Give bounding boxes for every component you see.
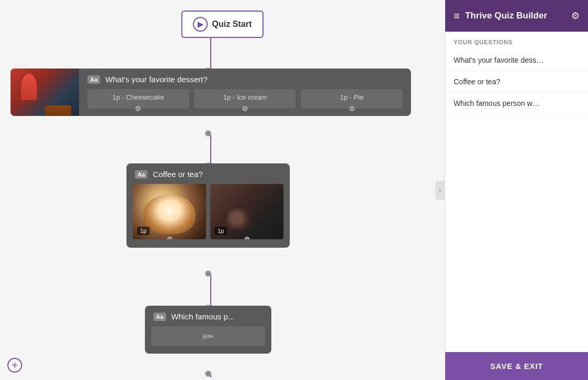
answer-dot-pie [349, 106, 355, 111]
node-dessert-header: Aa What's your favorite dessert? [79, 69, 411, 89]
node-title-coffee: Coffee or tea? [153, 170, 203, 179]
answer-pie[interactable]: 1p - Pie [301, 89, 403, 109]
sidebar-question-2[interactable]: Which famous person w… [445, 93, 588, 114]
play-icon: ▶ [193, 17, 208, 32]
node-famous[interactable]: Aa Which famous p... ≡✏ [145, 306, 271, 354]
answer-cheesecake[interactable]: 1p - Cheesecake [87, 89, 189, 109]
sidebar-header: ≡ Thrive Quiz Builder ⚙ [445, 0, 588, 32]
answer-icecream[interactable]: 1p - Ice cream [194, 89, 296, 109]
answer-coffee-img[interactable]: 1p [133, 184, 206, 239]
gear-icon[interactable]: ⚙ [571, 10, 580, 22]
node-coffee-images: 1p 1p [126, 184, 290, 248]
connector-dot-coffee-bottom [205, 270, 211, 277]
collapse-icon: › [439, 187, 441, 194]
node-aa-dessert: Aa [87, 75, 100, 84]
sidebar-collapse-button[interactable]: › [435, 181, 445, 200]
sidebar: ≡ Thrive Quiz Builder ⚙ YOUR QUESTIONS W… [445, 0, 588, 380]
connector-dot-dessert [205, 130, 211, 137]
tea-label: 1p [214, 227, 227, 235]
node-aa-coffee: Aa [135, 170, 148, 179]
sidebar-title: Thrive Quiz Builder [465, 11, 547, 21]
node-famous-header: Aa Which famous p... [145, 306, 271, 326]
node-title-famous: Which famous p... [171, 312, 234, 321]
answer-dot-cheesecake [135, 106, 141, 111]
quiz-start-label: Quiz Start [212, 20, 252, 29]
questions-section-label: YOUR QUESTIONS [445, 32, 588, 50]
sidebar-spacer [445, 114, 588, 352]
node-title-dessert: What's your favorite dessert? [105, 75, 208, 84]
save-exit-button[interactable]: SAVE & EXIT [445, 352, 588, 380]
answer-tea-img[interactable]: 1p [210, 184, 283, 239]
sidebar-header-left: ≡ Thrive Quiz Builder [454, 10, 547, 22]
edit-icon: ≡✏ [202, 332, 214, 342]
dessert-image [11, 69, 79, 116]
quiz-start-node[interactable]: ▶ Quiz Start [181, 11, 263, 38]
node-aa-famous: Aa [153, 313, 166, 321]
logo-icon: ≡ [454, 10, 460, 22]
canvas-area: ▶ Quiz Start Aa What's your favorite des… [0, 0, 445, 380]
img-dot-coffee [167, 237, 172, 239]
node-dessert-answers: 1p - Cheesecake 1p - Ice cream 1p - Pie [79, 89, 411, 116]
connector-dot-famous-bottom [205, 371, 211, 377]
node-coffee-header: Aa Coffee or tea? [126, 163, 290, 184]
node-dessert[interactable]: Aa What's your favorite dessert? 1p - Ch… [11, 69, 411, 116]
sidebar-question-0[interactable]: What's your favorite dess… [445, 50, 588, 71]
img-dot-tea [244, 237, 250, 239]
answer-dot-icecream [242, 106, 248, 111]
add-button[interactable]: + [7, 358, 22, 373]
node-coffee[interactable]: Aa Coffee or tea? 1p 1p [126, 163, 290, 248]
sidebar-question-1[interactable]: Coffee or tea? [445, 71, 588, 93]
famous-input-area[interactable]: ≡✏ [151, 326, 265, 346]
coffee-label: 1p [137, 227, 150, 235]
